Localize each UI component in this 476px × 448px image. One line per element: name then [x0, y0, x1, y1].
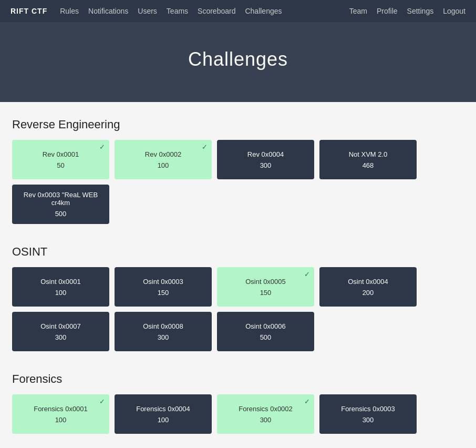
- challenge-points: 300: [260, 416, 272, 424]
- challenge-points: 100: [55, 289, 67, 297]
- challenge-points: 150: [158, 289, 169, 297]
- hero-section: Challenges: [0, 22, 476, 102]
- challenge-card-osint-0004[interactable]: Osint 0x0004200: [319, 267, 417, 307]
- main-content: Reverse Engineering✓Rev 0x000150✓Rev 0x0…: [2, 102, 474, 448]
- challenge-card-forensics-0004[interactable]: Forensics 0x0004100: [115, 394, 212, 434]
- challenge-name: Osint 0x0003: [143, 278, 183, 286]
- challenge-points: 300: [158, 333, 169, 341]
- nav-links-right: TeamProfileSettingsLogout: [349, 7, 465, 15]
- nav-link-scoreboard[interactable]: Scoreboard: [198, 7, 235, 15]
- challenge-points: 100: [158, 416, 169, 424]
- challenge-card-rev-0003[interactable]: Rev 0x0003 "ReaL WEB cr4km500: [12, 185, 109, 224]
- solved-checkmark: ✓: [99, 398, 105, 405]
- category-section: Reverse Engineering✓Rev 0x000150✓Rev 0x0…: [12, 118, 464, 224]
- challenge-name: Osint 0x0005: [245, 278, 286, 286]
- challenge-card-osint-0003[interactable]: Osint 0x0003150: [115, 267, 212, 307]
- challenge-name: Osint 0x0006: [245, 322, 286, 330]
- challenge-card-osint-0005[interactable]: ✓Osint 0x0005150: [217, 267, 314, 307]
- category-title: Forensics: [12, 372, 464, 386]
- solved-checkmark: ✓: [202, 143, 208, 151]
- solved-checkmark: ✓: [304, 398, 310, 405]
- challenge-points: 500: [260, 333, 272, 341]
- nav-link-notifications[interactable]: Notifications: [88, 7, 128, 15]
- challenge-points: 50: [57, 161, 64, 169]
- challenge-name: Osint 0x0001: [40, 278, 81, 286]
- challenge-card-osint-0008[interactable]: Osint 0x0008300: [115, 312, 212, 351]
- challenge-card-forensics-0003[interactable]: Forensics 0x0003300: [319, 394, 417, 434]
- challenges-grid: ✓Rev 0x000150✓Rev 0x0002100Rev 0x0004300…: [12, 140, 464, 224]
- challenge-card-forensics-0002[interactable]: ✓Forensics 0x0002300: [217, 394, 314, 434]
- challenge-card-rev-0002[interactable]: ✓Rev 0x0002100: [115, 140, 212, 179]
- challenge-name: Osint 0x0007: [40, 322, 81, 330]
- category-title: Reverse Engineering: [12, 118, 464, 131]
- nav-links-left: RulesNotificationsUsersTeamsScoreboardCh…: [60, 7, 349, 15]
- challenge-points: 300: [260, 161, 272, 169]
- solved-checkmark: ✓: [99, 143, 105, 151]
- challenge-points: 500: [55, 210, 67, 218]
- challenge-card-osint-0001[interactable]: Osint 0x0001100: [12, 267, 109, 307]
- challenge-card-rev-0001[interactable]: ✓Rev 0x000150: [12, 140, 109, 179]
- challenge-points: 200: [363, 289, 374, 297]
- page-title: Challenges: [11, 48, 465, 70]
- challenges-grid: ✓Forensics 0x0001100Forensics 0x0004100✓…: [12, 394, 464, 434]
- challenge-points: 300: [55, 333, 67, 341]
- challenge-name: Rev 0x0004: [247, 150, 284, 158]
- challenges-grid: Osint 0x0001100Osint 0x0003150✓Osint 0x0…: [12, 267, 464, 351]
- challenge-points: 150: [260, 289, 272, 297]
- challenge-card-osint-0006[interactable]: Osint 0x0006500: [217, 312, 314, 351]
- challenge-card-forensics-0001[interactable]: ✓Forensics 0x0001100: [12, 394, 109, 434]
- solved-checkmark: ✓: [304, 270, 310, 278]
- challenge-points: 100: [55, 416, 67, 424]
- nav-link-users[interactable]: Users: [138, 7, 157, 15]
- category-section: OSINTOsint 0x0001100Osint 0x0003150✓Osin…: [12, 245, 464, 351]
- challenge-name: Forensics 0x0004: [136, 405, 190, 413]
- nav-link-logout[interactable]: Logout: [443, 7, 465, 15]
- challenge-name: Osint 0x0008: [143, 322, 183, 330]
- nav-link-profile[interactable]: Profile: [377, 7, 398, 15]
- challenge-points: 468: [363, 161, 374, 169]
- challenge-name: Forensics 0x0003: [341, 405, 395, 413]
- challenge-card-rev-0004[interactable]: Rev 0x0004300: [217, 140, 314, 179]
- category-title: OSINT: [12, 245, 464, 259]
- navbar: RIFT CTF RulesNotificationsUsersTeamsSco…: [0, 0, 476, 22]
- nav-link-teams[interactable]: Teams: [167, 7, 188, 15]
- nav-link-rules[interactable]: Rules: [60, 7, 79, 15]
- challenge-points: 300: [363, 416, 374, 424]
- nav-link-settings[interactable]: Settings: [407, 7, 434, 15]
- challenge-name: Osint 0x0004: [348, 278, 388, 286]
- logo: RIFT CTF: [11, 7, 47, 15]
- challenge-name: Rev 0x0003 "ReaL WEB cr4km: [17, 191, 104, 207]
- challenge-name: Forensics 0x0001: [34, 405, 88, 413]
- challenge-points: 100: [158, 161, 169, 169]
- challenge-name: Not XVM 2.0: [349, 150, 388, 158]
- challenge-card-not-xvm[interactable]: Not XVM 2.0468: [319, 140, 417, 179]
- nav-link-team[interactable]: Team: [349, 7, 367, 15]
- challenge-card-osint-0007[interactable]: Osint 0x0007300: [12, 312, 109, 351]
- challenge-name: Rev 0x0001: [43, 150, 79, 158]
- challenge-name: Rev 0x0002: [145, 150, 181, 158]
- nav-link-challenges[interactable]: Challenges: [245, 7, 282, 15]
- category-section: Forensics✓Forensics 0x0001100Forensics 0…: [12, 372, 464, 434]
- challenge-name: Forensics 0x0002: [239, 405, 293, 413]
